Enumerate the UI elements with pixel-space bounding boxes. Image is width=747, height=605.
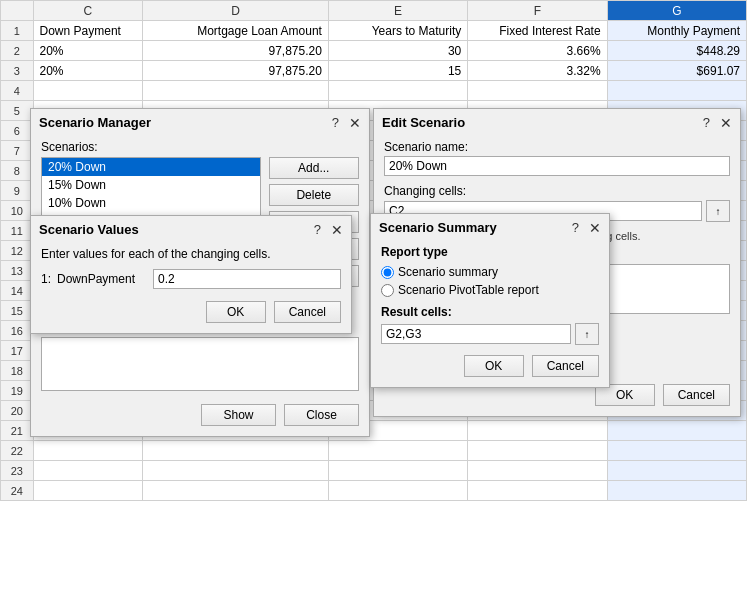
cell-G3[interactable]: $691.07 [607, 61, 746, 81]
cell-E2[interactable]: 30 [328, 41, 467, 61]
cell-G22[interactable] [607, 441, 746, 461]
ss-close[interactable]: ✕ [589, 221, 601, 235]
scenario-values-dialog: Scenario Values ? ✕ Enter values for eac… [30, 215, 352, 334]
row-number: 17 [1, 341, 34, 361]
cell-G4[interactable] [607, 81, 746, 101]
ss-cancel-button[interactable]: Cancel [532, 355, 599, 377]
cell-F22[interactable] [468, 441, 607, 461]
row-number: 11 [1, 221, 34, 241]
col-header-f[interactable]: F [468, 1, 607, 21]
sv-helper-text: Enter values for each of the changing ce… [41, 247, 341, 261]
edit-scenario-close[interactable]: ✕ [720, 116, 732, 130]
cell-E4[interactable] [328, 81, 467, 101]
edit-scenario-help[interactable]: ? [703, 115, 710, 130]
cell-C1[interactable]: Down Payment [33, 21, 143, 41]
cell-D4[interactable] [143, 81, 329, 101]
cell-F3[interactable]: 3.32% [468, 61, 607, 81]
cell-C3[interactable]: 20% [33, 61, 143, 81]
ss-summary-label: Scenario summary [398, 265, 498, 279]
cell-G24[interactable] [607, 481, 746, 501]
sv-cancel-button[interactable]: Cancel [274, 301, 341, 323]
cell-E24[interactable] [328, 481, 467, 501]
cell-C22[interactable] [33, 441, 143, 461]
scenario-manager-help[interactable]: ? [332, 115, 339, 130]
row-number: 7 [1, 141, 34, 161]
corner-header [1, 1, 34, 21]
row-number: 4 [1, 81, 34, 101]
row-number: 19 [1, 381, 34, 401]
row-number: 20 [1, 401, 34, 421]
scenario-summary-dialog: Scenario Summary ? ✕ Report type Scenari… [370, 213, 610, 388]
edit-scenario-titlebar: Edit Scenario ? ✕ [374, 109, 740, 134]
table-row: 220%97,875.20303.66%$448.29 [1, 41, 747, 61]
scenario-manager-titlebar: Scenario Manager ? ✕ [31, 109, 369, 134]
ss-report-type-label: Report type [381, 245, 599, 259]
cell-E3[interactable]: 15 [328, 61, 467, 81]
changing-cells-es-label: Changing cells: [384, 184, 730, 198]
col-header-c[interactable]: C [33, 1, 143, 21]
changing-cells-es-arrow[interactable]: ↑ [706, 200, 730, 222]
add-button[interactable]: Add... [269, 157, 359, 179]
show-button[interactable]: Show [201, 404, 276, 426]
cell-C24[interactable] [33, 481, 143, 501]
col-header-g[interactable]: G [607, 1, 746, 21]
sv-field-input[interactable] [153, 269, 341, 289]
scenario-manager-close[interactable]: ✕ [349, 116, 361, 130]
row-number: 22 [1, 441, 34, 461]
ss-help[interactable]: ? [572, 220, 579, 235]
cell-D24[interactable] [143, 481, 329, 501]
cell-C4[interactable] [33, 81, 143, 101]
close-button[interactable]: Close [284, 404, 359, 426]
comment-textarea[interactable] [41, 337, 359, 391]
scenario-item-10down[interactable]: 10% Down [42, 194, 260, 212]
sv-title: Scenario Values [39, 222, 139, 237]
cell-E23[interactable] [328, 461, 467, 481]
cell-G21[interactable] [607, 421, 746, 441]
sv-field-num: 1: [41, 272, 51, 286]
cell-E1[interactable]: Years to Maturity [328, 21, 467, 41]
scenario-item-15down[interactable]: 15% Down [42, 176, 260, 194]
sv-ok-button[interactable]: OK [206, 301, 266, 323]
cell-F1[interactable]: Fixed Interest Rate [468, 21, 607, 41]
ss-result-input[interactable] [381, 324, 571, 344]
row-number: 2 [1, 41, 34, 61]
cell-D2[interactable]: 97,875.20 [143, 41, 329, 61]
cell-C23[interactable] [33, 461, 143, 481]
col-header-e[interactable]: E [328, 1, 467, 21]
cell-D22[interactable] [143, 441, 329, 461]
sv-close[interactable]: ✕ [331, 223, 343, 237]
cell-F23[interactable] [468, 461, 607, 481]
row-number: 24 [1, 481, 34, 501]
cell-D3[interactable]: 97,875.20 [143, 61, 329, 81]
delete-button[interactable]: Delete [269, 184, 359, 206]
col-header-d[interactable]: D [143, 1, 329, 21]
scenario-name-input[interactable] [384, 156, 730, 176]
row-number: 1 [1, 21, 34, 41]
cell-D23[interactable] [143, 461, 329, 481]
ss-result-cells-label: Result cells: [381, 305, 599, 319]
table-row: 4 [1, 81, 747, 101]
ss-result-arrow[interactable]: ↑ [575, 323, 599, 345]
ss-pivot-label: Scenario PivotTable report [398, 283, 539, 297]
cell-G1[interactable]: Monthly Payment [607, 21, 746, 41]
scenario-item-20down[interactable]: 20% Down [42, 158, 260, 176]
row-number: 12 [1, 241, 34, 261]
ss-summary-radio[interactable] [381, 266, 394, 279]
cell-D1[interactable]: Mortgage Loan Amount [143, 21, 329, 41]
es-cancel-button[interactable]: Cancel [663, 384, 730, 406]
sv-titlebar: Scenario Values ? ✕ [31, 216, 351, 241]
cell-F2[interactable]: 3.66% [468, 41, 607, 61]
cell-F4[interactable] [468, 81, 607, 101]
row-number: 23 [1, 461, 34, 481]
ss-pivot-radio[interactable] [381, 284, 394, 297]
cell-E22[interactable] [328, 441, 467, 461]
cell-F21[interactable] [468, 421, 607, 441]
row-number: 16 [1, 321, 34, 341]
cell-C2[interactable]: 20% [33, 41, 143, 61]
row-number: 13 [1, 261, 34, 281]
cell-F24[interactable] [468, 481, 607, 501]
cell-G23[interactable] [607, 461, 746, 481]
cell-G2[interactable]: $448.29 [607, 41, 746, 61]
sv-help[interactable]: ? [314, 222, 321, 237]
ss-ok-button[interactable]: OK [464, 355, 524, 377]
